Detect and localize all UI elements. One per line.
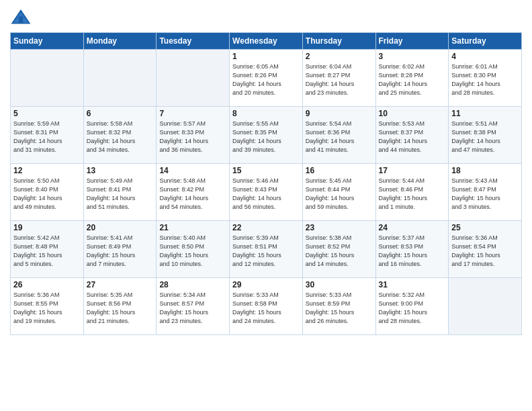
calendar-cell: 13Sunrise: 5:49 AM Sunset: 8:41 PM Dayli… xyxy=(83,164,157,221)
calendar-cell: 3Sunrise: 6:02 AM Sunset: 8:28 PM Daylig… xyxy=(375,50,449,107)
calendar-cell: 30Sunrise: 5:33 AM Sunset: 8:59 PM Dayli… xyxy=(302,278,375,335)
day-number: 11 xyxy=(451,109,519,118)
calendar-cell: 20Sunrise: 5:41 AM Sunset: 8:49 PM Dayli… xyxy=(83,221,157,278)
day-of-week-saturday: Saturday xyxy=(449,33,522,50)
calendar-cell xyxy=(449,278,522,335)
day-of-week-tuesday: Tuesday xyxy=(157,33,230,50)
day-info: Sunrise: 5:33 AM Sunset: 8:58 PM Dayligh… xyxy=(232,291,300,326)
day-info: Sunrise: 5:45 AM Sunset: 8:44 PM Dayligh… xyxy=(306,177,373,212)
day-number: 26 xyxy=(13,280,81,289)
day-number: 31 xyxy=(379,280,446,289)
svg-rect-2 xyxy=(19,16,23,23)
day-number: 28 xyxy=(159,280,226,289)
calendar-cell: 4Sunrise: 6:01 AM Sunset: 8:30 PM Daylig… xyxy=(449,50,522,107)
day-info: Sunrise: 6:04 AM Sunset: 8:27 PM Dayligh… xyxy=(306,62,373,97)
day-info: Sunrise: 5:50 AM Sunset: 8:40 PM Dayligh… xyxy=(13,177,81,212)
day-number: 27 xyxy=(87,280,154,289)
calendar-cell xyxy=(157,50,230,107)
day-info: Sunrise: 5:46 AM Sunset: 8:43 PM Dayligh… xyxy=(232,177,300,212)
day-info: Sunrise: 5:39 AM Sunset: 8:51 PM Dayligh… xyxy=(232,234,300,269)
day-number: 9 xyxy=(306,109,373,118)
calendar-cell: 14Sunrise: 5:48 AM Sunset: 8:42 PM Dayli… xyxy=(157,164,230,221)
calendar-cell: 23Sunrise: 5:38 AM Sunset: 8:52 PM Dayli… xyxy=(302,221,375,278)
day-number: 29 xyxy=(232,280,300,289)
calendar-cell: 6Sunrise: 5:58 AM Sunset: 8:32 PM Daylig… xyxy=(83,107,157,164)
calendar-cell: 19Sunrise: 5:42 AM Sunset: 8:48 PM Dayli… xyxy=(11,221,84,278)
day-info: Sunrise: 5:37 AM Sunset: 8:53 PM Dayligh… xyxy=(379,234,446,269)
page: SundayMondayTuesdayWednesdayThursdayFrid… xyxy=(0,0,532,411)
calendar-cell: 12Sunrise: 5:50 AM Sunset: 8:40 PM Dayli… xyxy=(11,164,84,221)
day-number: 10 xyxy=(379,109,446,118)
calendar-cell: 21Sunrise: 5:40 AM Sunset: 8:50 PM Dayli… xyxy=(157,221,230,278)
calendar-header-row: SundayMondayTuesdayWednesdayThursdayFrid… xyxy=(11,33,522,50)
header xyxy=(10,7,522,28)
day-number: 15 xyxy=(232,166,300,175)
day-info: Sunrise: 6:01 AM Sunset: 8:30 PM Dayligh… xyxy=(451,62,519,97)
day-info: Sunrise: 5:44 AM Sunset: 8:46 PM Dayligh… xyxy=(379,177,446,212)
day-info: Sunrise: 5:41 AM Sunset: 8:49 PM Dayligh… xyxy=(87,234,154,269)
calendar-cell: 10Sunrise: 5:53 AM Sunset: 8:37 PM Dayli… xyxy=(375,107,449,164)
calendar-cell: 1Sunrise: 6:05 AM Sunset: 8:26 PM Daylig… xyxy=(230,50,303,107)
day-info: Sunrise: 5:36 AM Sunset: 8:54 PM Dayligh… xyxy=(451,234,519,269)
day-number: 18 xyxy=(451,166,519,175)
day-number: 30 xyxy=(306,280,373,289)
calendar-cell: 11Sunrise: 5:51 AM Sunset: 8:38 PM Dayli… xyxy=(449,107,522,164)
calendar-cell: 16Sunrise: 5:45 AM Sunset: 8:44 PM Dayli… xyxy=(302,164,375,221)
calendar-cell: 8Sunrise: 5:55 AM Sunset: 8:35 PM Daylig… xyxy=(230,107,303,164)
day-info: Sunrise: 5:53 AM Sunset: 8:37 PM Dayligh… xyxy=(379,120,446,154)
day-info: Sunrise: 5:36 AM Sunset: 8:55 PM Dayligh… xyxy=(13,291,81,326)
calendar-cell: 5Sunrise: 5:59 AM Sunset: 8:31 PM Daylig… xyxy=(11,107,84,164)
calendar-cell: 28Sunrise: 5:34 AM Sunset: 8:57 PM Dayli… xyxy=(157,278,230,335)
day-of-week-monday: Monday xyxy=(83,33,157,50)
day-info: Sunrise: 5:55 AM Sunset: 8:35 PM Dayligh… xyxy=(232,120,300,154)
day-number: 25 xyxy=(451,223,519,232)
day-info: Sunrise: 5:48 AM Sunset: 8:42 PM Dayligh… xyxy=(159,177,226,212)
day-info: Sunrise: 5:34 AM Sunset: 8:57 PM Dayligh… xyxy=(159,291,226,326)
day-info: Sunrise: 5:33 AM Sunset: 8:59 PM Dayligh… xyxy=(306,291,373,326)
calendar-cell: 2Sunrise: 6:04 AM Sunset: 8:27 PM Daylig… xyxy=(302,50,375,107)
day-number: 20 xyxy=(87,223,154,232)
calendar-week-5: 26Sunrise: 5:36 AM Sunset: 8:55 PM Dayli… xyxy=(11,278,522,335)
day-info: Sunrise: 5:58 AM Sunset: 8:32 PM Dayligh… xyxy=(87,120,154,154)
calendar-week-3: 12Sunrise: 5:50 AM Sunset: 8:40 PM Dayli… xyxy=(11,164,522,221)
day-info: Sunrise: 5:57 AM Sunset: 8:33 PM Dayligh… xyxy=(159,120,226,154)
day-of-week-thursday: Thursday xyxy=(302,33,375,50)
day-number: 7 xyxy=(159,109,226,118)
day-of-week-sunday: Sunday xyxy=(11,33,84,50)
day-number: 21 xyxy=(159,223,226,232)
day-number: 4 xyxy=(451,52,519,61)
calendar-cell: 17Sunrise: 5:44 AM Sunset: 8:46 PM Dayli… xyxy=(375,164,449,221)
calendar-cell: 18Sunrise: 5:43 AM Sunset: 8:47 PM Dayli… xyxy=(449,164,522,221)
calendar-cell xyxy=(83,50,157,107)
logo-icon xyxy=(10,7,32,28)
calendar-cell: 26Sunrise: 5:36 AM Sunset: 8:55 PM Dayli… xyxy=(11,278,84,335)
day-number: 1 xyxy=(232,52,300,61)
day-number: 16 xyxy=(306,166,373,175)
day-number: 3 xyxy=(379,52,446,61)
calendar-cell: 9Sunrise: 5:54 AM Sunset: 8:36 PM Daylig… xyxy=(302,107,375,164)
day-number: 14 xyxy=(159,166,226,175)
day-info: Sunrise: 5:49 AM Sunset: 8:41 PM Dayligh… xyxy=(87,177,154,212)
day-number: 19 xyxy=(13,223,81,232)
day-info: Sunrise: 5:54 AM Sunset: 8:36 PM Dayligh… xyxy=(306,120,373,154)
calendar-cell: 15Sunrise: 5:46 AM Sunset: 8:43 PM Dayli… xyxy=(230,164,303,221)
calendar-week-2: 5Sunrise: 5:59 AM Sunset: 8:31 PM Daylig… xyxy=(11,107,522,164)
day-number: 6 xyxy=(87,109,154,118)
day-number: 12 xyxy=(13,166,81,175)
calendar-cell: 29Sunrise: 5:33 AM Sunset: 8:58 PM Dayli… xyxy=(230,278,303,335)
calendar-cell xyxy=(11,50,84,107)
calendar-cell: 31Sunrise: 5:32 AM Sunset: 9:00 PM Dayli… xyxy=(375,278,449,335)
logo xyxy=(10,7,34,28)
day-number: 17 xyxy=(379,166,446,175)
calendar-cell: 27Sunrise: 5:35 AM Sunset: 8:56 PM Dayli… xyxy=(83,278,157,335)
day-info: Sunrise: 6:05 AM Sunset: 8:26 PM Dayligh… xyxy=(232,62,300,97)
calendar-cell: 25Sunrise: 5:36 AM Sunset: 8:54 PM Dayli… xyxy=(449,221,522,278)
day-number: 8 xyxy=(232,109,300,118)
day-info: Sunrise: 5:51 AM Sunset: 8:38 PM Dayligh… xyxy=(451,120,519,154)
day-info: Sunrise: 5:40 AM Sunset: 8:50 PM Dayligh… xyxy=(159,234,226,269)
calendar-cell: 22Sunrise: 5:39 AM Sunset: 8:51 PM Dayli… xyxy=(230,221,303,278)
calendar-week-1: 1Sunrise: 6:05 AM Sunset: 8:26 PM Daylig… xyxy=(11,50,522,107)
day-info: Sunrise: 5:43 AM Sunset: 8:47 PM Dayligh… xyxy=(451,177,519,212)
day-number: 24 xyxy=(379,223,446,232)
calendar-cell: 7Sunrise: 5:57 AM Sunset: 8:33 PM Daylig… xyxy=(157,107,230,164)
